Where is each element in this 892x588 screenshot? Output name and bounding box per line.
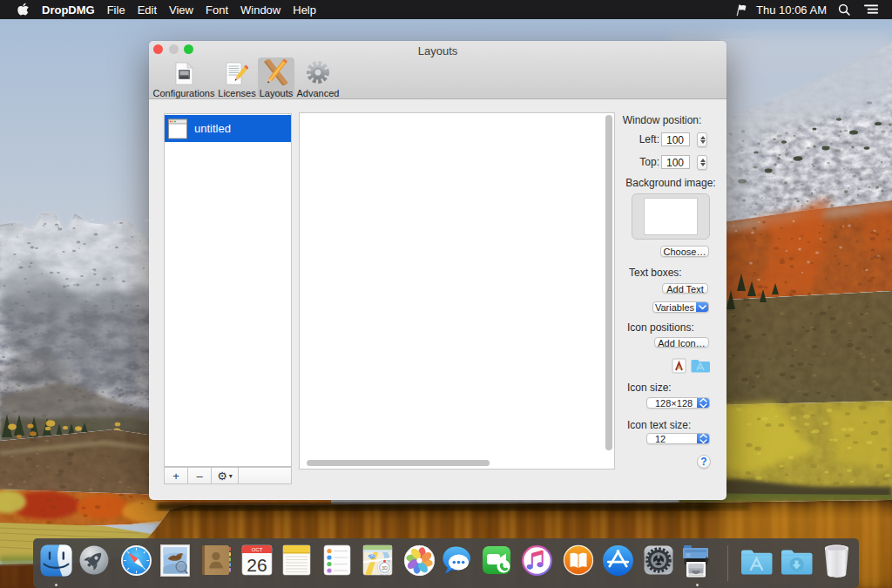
svg-text:26: 26 xyxy=(247,555,267,575)
svg-text:3D: 3D xyxy=(382,565,388,571)
svg-text:280: 280 xyxy=(368,554,375,558)
svg-text:OCT: OCT xyxy=(252,547,263,552)
